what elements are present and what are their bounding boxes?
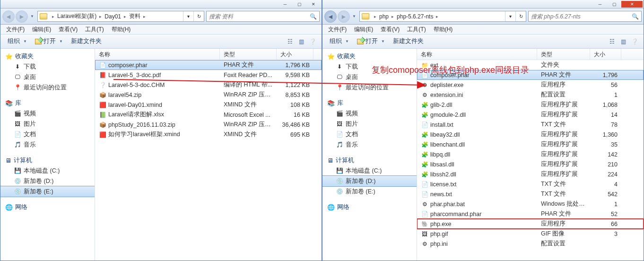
minimize-button[interactable]: ─ xyxy=(593,1,607,8)
file-row[interactable]: 📦phpStudy_2016.11.03.zipWinRAR ZIP 压缩...… xyxy=(95,120,322,130)
nav-network[interactable]: 🌐网络 xyxy=(0,202,95,212)
file-row[interactable]: 📗Laravel请求图解.xlsxMicrosoft Excel ...16 K… xyxy=(95,110,322,120)
new-folder-button[interactable]: 新建文件夹 xyxy=(68,36,105,47)
organize-button[interactable]: 组织▼ xyxy=(4,36,32,47)
nav-network[interactable]: 🌐网络 xyxy=(322,202,417,212)
file-row[interactable]: ⚙extension.ini配置设置1 xyxy=(417,90,644,100)
file-list[interactable]: 📁ext文件夹📄composer.pharPHAR 文件1,796⚙deplis… xyxy=(417,60,644,261)
nav-favorites[interactable]: ⭐收藏夹 xyxy=(322,52,417,61)
help-button[interactable]: ❔ xyxy=(629,37,640,46)
nav-documents[interactable]: 📄文档 xyxy=(322,129,417,139)
view-button[interactable]: ☷ xyxy=(285,37,295,46)
nav-drive-e[interactable]: 💿新加卷 (E:) xyxy=(322,186,417,197)
col-size[interactable]: 大小 xyxy=(277,49,313,60)
nav-pictures[interactable]: 🖼图片 xyxy=(0,119,95,129)
search-input[interactable] xyxy=(531,13,632,20)
file-row[interactable]: 🧩libenchant.dll应用程序扩展35 xyxy=(417,139,644,149)
file-row[interactable]: 🧩glib-2.dll应用程序扩展1,068 xyxy=(417,100,644,110)
file-row[interactable]: 📄composer.pharPHAR 文件1,796 KB xyxy=(95,60,322,70)
organize-button[interactable]: 组织▼ xyxy=(326,36,354,47)
menu-file[interactable]: 文件(F) xyxy=(2,25,28,35)
menu-tools[interactable]: 工具(T) xyxy=(403,25,429,35)
breadcrumb[interactable]: php-5.6.27-nts xyxy=(395,11,435,21)
file-row[interactable]: 🖼php.gifGIF 图像3 xyxy=(417,229,644,239)
file-row[interactable]: 📄pharcommand.pharPHAR 文件52 xyxy=(417,209,644,219)
address-bar[interactable]: ▸ Laravel框架(新)▸ Day01▸ 资料▸ ▾ ↻ xyxy=(37,11,204,22)
address-dropdown[interactable]: ▾ xyxy=(183,11,193,21)
nav-downloads[interactable]: ⬇下载 xyxy=(0,61,95,72)
nav-drive-c[interactable]: 💾本地磁盘 (C:) xyxy=(0,165,95,176)
nav-desktop[interactable]: 🖵桌面 xyxy=(0,72,95,82)
menu-help[interactable]: 帮助(H) xyxy=(430,25,457,35)
nav-recent[interactable]: 📍最近访问的位置 xyxy=(322,82,417,93)
col-type[interactable]: 类型 xyxy=(220,49,277,60)
menu-tools[interactable]: 工具(T) xyxy=(81,25,107,35)
nav-music[interactable]: 🎵音乐 xyxy=(322,139,417,150)
file-row[interactable]: ⚙phar.phar.batWindows 批处理...1 xyxy=(417,199,644,209)
nav-music[interactable]: 🎵音乐 xyxy=(0,139,95,150)
nav-drive-e[interactable]: 💿新加卷 (E:) xyxy=(0,186,95,197)
help-button[interactable]: ❔ xyxy=(307,37,318,46)
file-row[interactable]: 📕Laravel-5_3-doc.pdfFoxit Reader PD...9,… xyxy=(95,70,322,80)
nav-documents[interactable]: 📄文档 xyxy=(0,129,95,139)
col-size[interactable]: 大小 xyxy=(590,49,621,60)
search-box[interactable]: 🔍 xyxy=(528,11,642,22)
menu-file[interactable]: 文件(F) xyxy=(324,25,350,35)
breadcrumb[interactable]: Day01 xyxy=(103,11,123,21)
col-name[interactable]: 名称 xyxy=(95,49,220,60)
file-row[interactable]: ⚙deplister.exe应用程序56 xyxy=(417,80,644,90)
nav-libraries[interactable]: 📚库 xyxy=(322,98,417,108)
search-input[interactable] xyxy=(209,13,310,20)
file-row[interactable]: 📦laravel54.zipWinRAR ZIP 压缩...8,853 KB xyxy=(95,90,322,100)
file-row[interactable]: 🧩libeay32.dll应用程序扩展1,360 xyxy=(417,130,644,139)
file-row[interactable]: 🧩libsasl.dll应用程序扩展210 xyxy=(417,159,644,169)
forward-button[interactable]: ► xyxy=(338,10,350,23)
maximize-button[interactable]: ▢ xyxy=(607,1,621,8)
menu-help[interactable]: 帮助(H) xyxy=(108,25,135,35)
nav-videos[interactable]: 🎬视频 xyxy=(322,108,417,119)
file-row[interactable]: 🐘php.exe应用程序66 xyxy=(417,219,644,229)
file-list[interactable]: 📄composer.pharPHAR 文件1,796 KB📕Laravel-5_… xyxy=(95,60,322,261)
nav-computer[interactable]: 🖥计算机 xyxy=(322,156,417,165)
col-type[interactable]: 类型 xyxy=(537,49,590,60)
file-row[interactable]: 🧩libpq.dll应用程序扩展142 xyxy=(417,149,644,159)
minimize-button[interactable]: ─ xyxy=(278,1,292,8)
file-row[interactable]: 🟥laravel-Day01.xmindXMIND 文件108 KB xyxy=(95,100,322,110)
preview-button[interactable]: ▥ xyxy=(618,37,628,46)
file-row[interactable]: ⚙php.ini配置设置 xyxy=(417,239,644,249)
file-row[interactable]: 📄license.txtTXT 文件4 xyxy=(417,179,644,189)
open-button[interactable]: 打开▼ xyxy=(32,36,68,47)
nav-videos[interactable]: 🎬视频 xyxy=(0,108,95,119)
back-button[interactable]: ◄ xyxy=(324,10,337,23)
close-button[interactable]: ✕ xyxy=(306,1,321,8)
nav-favorites[interactable]: ⭐收藏夹 xyxy=(0,52,95,61)
file-row[interactable]: ❔Laravel-5-3-doc.CHM编译的 HTML 帮...1,122 K… xyxy=(95,80,322,90)
nav-drive-d[interactable]: 💿新加卷 (D:) xyxy=(0,176,95,186)
breadcrumb[interactable]: php xyxy=(377,11,391,21)
menu-view[interactable]: 查看(V) xyxy=(377,25,403,35)
file-row[interactable]: 🧩gmodule-2.dll应用程序扩展14 xyxy=(417,110,644,120)
back-button[interactable]: ◄ xyxy=(2,10,15,23)
nav-pictures[interactable]: 🖼图片 xyxy=(322,119,417,129)
nav-computer[interactable]: 🖥计算机 xyxy=(0,156,95,165)
file-row[interactable]: 📄news.txtTXT 文件542 xyxy=(417,189,644,199)
new-folder-button[interactable]: 新建文件夹 xyxy=(390,36,427,47)
menu-edit[interactable]: 编辑(E) xyxy=(28,25,55,35)
col-name[interactable]: 名称 xyxy=(417,49,537,60)
refresh-button[interactable]: ↻ xyxy=(515,11,526,21)
history-dropdown[interactable]: ▼ xyxy=(351,12,357,21)
search-box[interactable]: 🔍 xyxy=(206,11,320,22)
nav-libraries[interactable]: 📚库 xyxy=(0,98,95,108)
breadcrumb[interactable]: Laravel框架(新) xyxy=(55,11,98,21)
view-button[interactable]: ☷ xyxy=(607,37,617,46)
forward-button[interactable]: ► xyxy=(16,10,28,23)
menu-edit[interactable]: 编辑(E) xyxy=(350,25,377,35)
preview-button[interactable]: ▥ xyxy=(296,37,306,46)
refresh-button[interactable]: ↻ xyxy=(193,11,204,21)
file-row[interactable]: 📄install.txtTXT 文件78 xyxy=(417,120,644,130)
breadcrumb[interactable]: 资料 xyxy=(127,11,142,21)
history-dropdown[interactable]: ▼ xyxy=(29,12,35,21)
address-dropdown[interactable]: ▾ xyxy=(505,11,515,21)
maximize-button[interactable]: ▢ xyxy=(292,1,306,8)
nav-recent[interactable]: 📍最近访问的位置 xyxy=(0,82,95,93)
